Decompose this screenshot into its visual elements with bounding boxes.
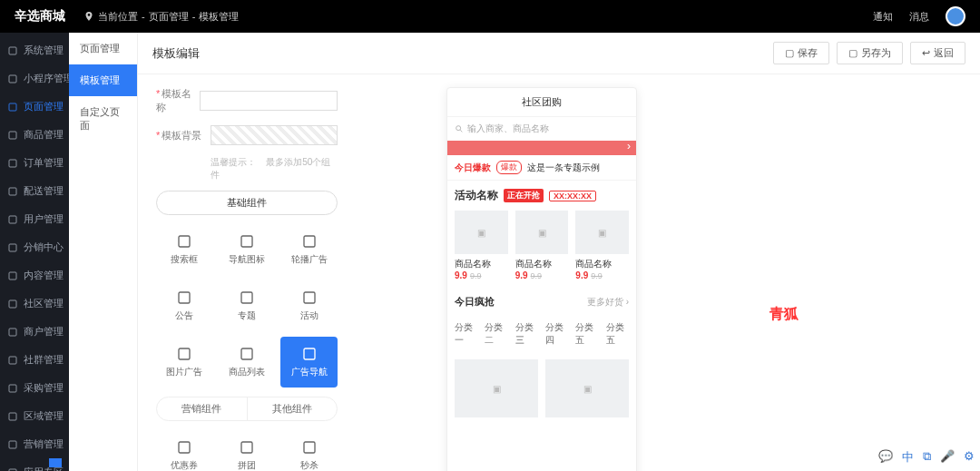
svg-rect-8 <box>9 272 16 280</box>
svg-rect-7 <box>9 244 16 251</box>
tile-goods[interactable]: 商品列表 <box>219 337 276 388</box>
subnav-item[interactable]: 页面管理 <box>69 33 137 64</box>
tile-nav[interactable]: 导航图标 <box>219 224 276 275</box>
saveas-button[interactable]: ▢ 另存为 <box>837 42 903 64</box>
tile-imgad[interactable]: 图片广告 <box>156 337 213 388</box>
svg-rect-2 <box>9 103 16 111</box>
sidebar-item-area[interactable]: 区域管理 <box>0 402 69 430</box>
svg-rect-28 <box>304 442 315 453</box>
tile-notice[interactable]: 公告 <box>156 280 213 331</box>
tile-coupon[interactable]: 优惠券 <box>156 430 213 471</box>
brand: 辛选商城 <box>15 8 65 25</box>
notify-link[interactable]: 通知 <box>873 10 893 24</box>
preview-section: 今日疯抢 更多好货 › <box>447 288 636 316</box>
tool-share-icon[interactable]: ⧉ <box>923 449 931 466</box>
template-bg-picker[interactable] <box>211 125 338 145</box>
phone-preview: 社区团购 输入商家、商品名称 今日爆款 爆款 这是一条专题示例 活动名称正在开抢… <box>446 87 637 471</box>
svg-rect-12 <box>9 385 16 392</box>
seg-marketing[interactable]: 营销组件 <box>157 397 247 420</box>
image-placeholder: ▣ <box>455 359 538 417</box>
float-tools: 💬 中 ⧉ 🎤 ⚙ <box>878 449 975 466</box>
svg-rect-17 <box>179 236 190 247</box>
save-button[interactable]: ▢ 保存 <box>773 42 829 64</box>
sidebar-item-page[interactable]: 页面管理 <box>0 93 69 121</box>
svg-rect-27 <box>241 442 252 453</box>
page-title: 模板编辑 <box>152 45 200 62</box>
location-icon <box>83 11 94 22</box>
goods-cell[interactable]: ▣商品名称9.99.9 <box>575 211 629 280</box>
sidebar-item-shop[interactable]: 商户管理 <box>0 318 69 346</box>
goods-cell[interactable]: ▣商品名称9.99.9 <box>515 211 569 280</box>
tile-pintuan[interactable]: 拼团 <box>219 430 276 471</box>
back-button[interactable]: ↩ 返回 <box>910 42 965 64</box>
group-basic[interactable]: 基础组件 <box>156 191 338 215</box>
svg-rect-9 <box>9 300 16 308</box>
category-tab[interactable]: 分类二 <box>485 321 507 347</box>
svg-rect-21 <box>241 292 252 303</box>
svg-rect-14 <box>9 441 16 448</box>
preview-strip: 今日爆款 爆款 这是一条专题示例 <box>447 155 636 181</box>
sidebar-item-comm[interactable]: 社区管理 <box>0 289 69 318</box>
preview-banner[interactable] <box>447 141 636 155</box>
tile-search[interactable]: 搜索框 <box>156 224 213 275</box>
svg-rect-1 <box>9 75 16 83</box>
preview-title: 社区团购 <box>447 88 636 117</box>
svg-rect-22 <box>304 292 315 303</box>
category-tab[interactable]: 分类三 <box>515 321 538 347</box>
category-tab[interactable]: 分类五 <box>575 321 598 347</box>
category-tab[interactable]: 分类一 <box>455 321 477 347</box>
preview-categories: 分类一分类二分类三分类四分类五分类五 <box>447 316 636 352</box>
svg-rect-3 <box>9 132 16 139</box>
tool-mic-icon[interactable]: 🎤 <box>940 449 955 466</box>
tool-chat-icon[interactable]: 💬 <box>878 449 893 466</box>
svg-point-32 <box>456 126 461 131</box>
tile-adnav[interactable]: 广告导航 <box>280 337 338 388</box>
svg-rect-18 <box>241 236 252 247</box>
group-segmented: 营销组件 其他组件 <box>156 397 338 421</box>
image-placeholder: ▣ <box>545 359 629 417</box>
sidebar-item-group[interactable]: 社群管理 <box>0 346 69 374</box>
svg-rect-13 <box>9 413 16 420</box>
sidebar-item-user[interactable]: 用户管理 <box>0 205 69 233</box>
seg-other[interactable]: 其他组件 <box>247 397 338 420</box>
svg-rect-19 <box>304 236 315 247</box>
sidebar: 系统管理小程序管理页面管理商品管理订单管理配送管理用户管理分销中心内容管理社区管… <box>0 33 69 471</box>
top-bar: 辛选商城 当前位置 - 页面管理 - 模板管理 通知 消息 <box>0 0 980 33</box>
svg-rect-10 <box>9 329 16 336</box>
sidebar-item-dist[interactable]: 分销中心 <box>0 233 69 261</box>
tile-activity[interactable]: 活动 <box>280 280 338 331</box>
breadcrumb: 当前位置 - 页面管理 - 模板管理 <box>83 10 239 24</box>
svg-rect-4 <box>9 160 16 167</box>
svg-rect-23 <box>179 348 190 359</box>
tile-topic[interactable]: 专题 <box>219 280 276 331</box>
content-header: 模板编辑 ▢ 保存 ▢ 另存为 ↩ 返回 <box>138 33 980 74</box>
svg-rect-5 <box>9 188 16 195</box>
sidebar-item-truck[interactable]: 配送管理 <box>0 177 69 205</box>
msg-link[interactable]: 消息 <box>909 10 929 24</box>
sidebar-item-content[interactable]: 内容管理 <box>0 261 69 289</box>
sidebar-item-gear[interactable]: 系统管理 <box>0 36 69 64</box>
template-name-input[interactable] <box>200 91 338 111</box>
sidebar-item-mini[interactable]: 小程序管理 <box>0 64 69 93</box>
sidebar-item-mkt[interactable]: 营销管理 <box>0 430 69 458</box>
sidebar-item-order[interactable]: 订单管理 <box>0 149 69 177</box>
tile-seckill[interactable]: 秒杀 <box>280 430 338 471</box>
more-link[interactable]: 更多好货 › <box>587 296 629 309</box>
svg-rect-11 <box>9 357 16 364</box>
goods-cell[interactable]: ▣商品名称9.99.9 <box>455 211 508 280</box>
preview-search[interactable]: 输入商家、商品名称 <box>447 117 636 141</box>
subnav-item[interactable]: 模板管理 <box>69 64 137 96</box>
svg-rect-0 <box>9 47 16 54</box>
category-tab[interactable]: 分类四 <box>545 321 568 347</box>
subnav-item[interactable]: 自定义页面 <box>69 96 137 142</box>
preview-activity: 活动名称正在开抢XX:XX:XX ▣商品名称9.99.9▣商品名称9.99.9▣… <box>447 181 636 288</box>
sidebar-item-buy[interactable]: 采购管理 <box>0 374 69 402</box>
top-right: 通知 消息 <box>873 6 965 26</box>
sidebar-item-box[interactable]: 商品管理 <box>0 121 69 149</box>
tile-swiper[interactable]: 轮播广告 <box>280 224 338 275</box>
category-tab[interactable]: 分类五 <box>606 321 629 347</box>
component-panel: 模板名称 模板背景 温馨提示： 最多添加50个组件 基础组件 搜索框导航图标轮播… <box>156 87 338 471</box>
tool-lang-icon[interactable]: 中 <box>902 449 914 466</box>
tool-gear-icon[interactable]: ⚙ <box>964 449 975 466</box>
avatar[interactable] <box>946 6 965 26</box>
